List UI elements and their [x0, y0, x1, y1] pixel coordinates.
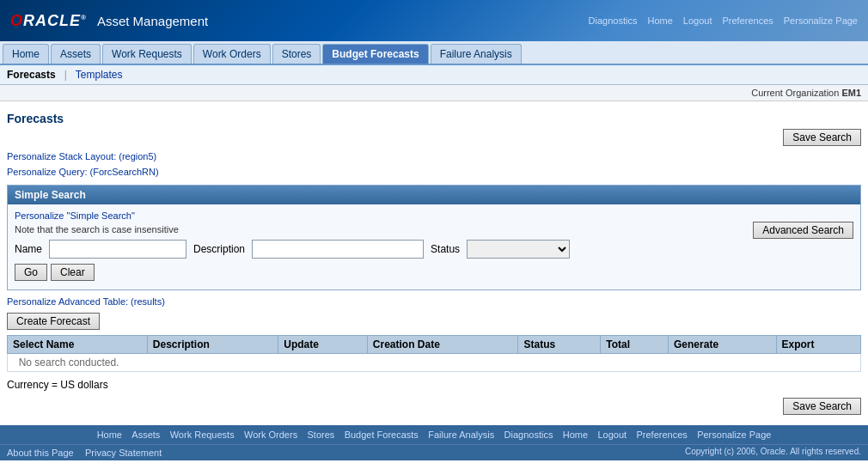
main-nav: Home Assets Work Requests Work Orders St… — [0, 41, 868, 65]
nav-work-requests[interactable]: Work Requests — [102, 44, 192, 64]
subnav-forecasts[interactable]: Forecasts — [7, 69, 56, 81]
case-note: Note that the search is case insensitive — [15, 224, 570, 235]
content-area: Forecasts Save Search Personalize Stack … — [0, 101, 868, 425]
advanced-search-btn-area: Advanced Search — [753, 222, 853, 239]
search-fields-row: Name Description Status Active Inactive — [15, 240, 570, 259]
no-search-cell: No search conducted. — [8, 354, 861, 372]
col-export: Export — [776, 336, 860, 354]
page-title: Forecasts — [7, 112, 861, 125]
copyright: Copyright (c) 2006, Oracle. All rights r… — [685, 447, 861, 459]
top-nav: Diagnostics Home Logout Preferences Pers… — [589, 15, 858, 26]
top-nav-preferences[interactable]: Preferences — [722, 15, 773, 26]
nav-home[interactable]: Home — [3, 44, 49, 64]
save-search-top-button[interactable]: Save Search — [783, 129, 861, 146]
oracle-logo: ORACLE® — [10, 12, 87, 30]
table-header-row: Select Name Description Update Creation … — [8, 336, 861, 354]
col-update: Update — [278, 336, 368, 354]
table-body: No search conducted. — [8, 354, 861, 372]
top-nav-personalize-page[interactable]: Personalize Page — [784, 15, 858, 26]
footer-bottom: About this Page Privacy Statement Copyri… — [0, 444, 868, 460]
subnav-separator: | — [64, 69, 67, 81]
no-search-text: No search conducted. — [19, 356, 119, 369]
personalize-advanced-link: Personalize Advanced Table: (results) — [7, 295, 861, 308]
footer-preferences[interactable]: Preferences — [636, 429, 687, 440]
top-nav-logout[interactable]: Logout — [683, 15, 712, 26]
footer-diagnostics[interactable]: Diagnostics — [504, 429, 553, 440]
top-nav-diagnostics[interactable]: Diagnostics — [589, 15, 638, 26]
description-label: Description — [193, 243, 245, 255]
results-table: Select Name Description Update Creation … — [7, 335, 861, 372]
footer-work-requests[interactable]: Work Requests — [170, 429, 235, 440]
footer-failure-analysis[interactable]: Failure Analysis — [428, 429, 494, 440]
footer-logout[interactable]: Logout — [597, 429, 627, 440]
about-page-link[interactable]: About this Page — [7, 448, 74, 458]
status-label: Status — [431, 243, 460, 255]
search-buttons-row: Go Clear — [15, 264, 570, 281]
app-title: Asset Management — [97, 14, 208, 28]
col-select-name: Select Name — [8, 336, 148, 354]
top-nav-home[interactable]: Home — [647, 15, 672, 26]
col-description: Description — [147, 336, 278, 354]
footer-budget-forecasts[interactable]: Budget Forecasts — [345, 429, 419, 440]
nav-work-orders[interactable]: Work Orders — [193, 44, 271, 64]
footer-stores[interactable]: Stores — [308, 429, 335, 440]
currency-note: Currency = US dollars — [7, 379, 861, 391]
save-search-bottom-button[interactable]: Save Search — [783, 398, 861, 415]
personalize-links: Personalize Stack Layout: (region5) Pers… — [7, 149, 861, 180]
simple-search-body: Personalize "Simple Search" Note that th… — [8, 204, 860, 289]
create-forecast-button[interactable]: Create Forecast — [7, 313, 100, 330]
personalize-stack-link[interactable]: Personalize Stack Layout: (region5) — [7, 149, 861, 165]
footer-home2[interactable]: Home — [563, 429, 588, 440]
sub-nav: Forecasts | Templates — [0, 65, 868, 85]
org-value: EM1 — [841, 88, 861, 98]
table-header: Select Name Description Update Creation … — [8, 336, 861, 354]
footer-bottom-left: About this Page Privacy Statement — [7, 447, 162, 459]
footer-work-orders[interactable]: Work Orders — [244, 429, 297, 440]
description-input[interactable] — [252, 240, 424, 259]
advanced-search-button[interactable]: Advanced Search — [753, 222, 853, 239]
footer-personalize-page[interactable]: Personalize Page — [697, 429, 771, 440]
col-total: Total — [601, 336, 669, 354]
col-status: Status — [518, 336, 601, 354]
col-creation-date: Creation Date — [367, 336, 518, 354]
footer-nav: Home Assets Work Requests Work Orders St… — [0, 425, 868, 444]
footer-home[interactable]: Home — [97, 429, 122, 440]
nav-failure-analysis[interactable]: Failure Analysis — [431, 44, 522, 64]
status-select[interactable]: Active Inactive — [467, 240, 570, 259]
subnav-templates[interactable]: Templates — [76, 69, 123, 81]
nav-budget-forecasts[interactable]: Budget Forecasts — [322, 44, 428, 64]
name-label: Name — [15, 243, 42, 255]
personalize-query-link[interactable]: Personalize Query: (ForcSearchRN) — [7, 165, 861, 180]
personalize-search-link: Personalize "Simple Search" — [15, 210, 853, 222]
name-input[interactable] — [49, 240, 186, 259]
simple-search-section: Simple Search Personalize "Simple Search… — [7, 185, 861, 290]
personalize-simple-search-link[interactable]: Personalize "Simple Search" — [15, 210, 135, 221]
clear-button[interactable]: Clear — [51, 264, 95, 281]
personalize-advanced-table-link[interactable]: Personalize Advanced Table: (results) — [7, 296, 165, 307]
go-button[interactable]: Go — [15, 264, 47, 281]
privacy-statement-link[interactable]: Privacy Statement — [85, 448, 162, 458]
nav-assets[interactable]: Assets — [51, 44, 101, 64]
logo-area: ORACLE® Asset Management — [10, 12, 208, 30]
nav-stores[interactable]: Stores — [272, 44, 321, 64]
save-search-bottom: Save Search — [7, 398, 861, 415]
save-search-top: Save Search — [7, 129, 861, 146]
header: ORACLE® Asset Management Diagnostics Hom… — [0, 0, 868, 41]
table-row: No search conducted. — [8, 354, 861, 372]
create-forecast-btn-area: Create Forecast — [7, 313, 861, 330]
col-generate: Generate — [669, 336, 776, 354]
simple-search-header: Simple Search — [8, 186, 860, 204]
org-bar: Current Organization EM1 — [0, 85, 868, 101]
org-label: Current Organization — [751, 88, 839, 98]
footer-assets[interactable]: Assets — [131, 429, 160, 440]
